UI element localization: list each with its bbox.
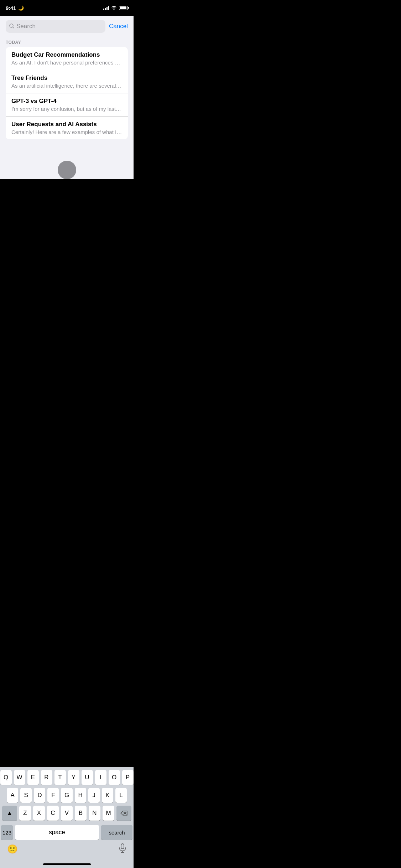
signal-icon <box>103 6 109 10</box>
status-icons <box>103 5 128 11</box>
conv-preview: As an AI, I don't have personal preferen… <box>11 60 122 66</box>
gray-circle <box>58 161 76 179</box>
main-content: Cancel TODAY Budget Car Recommendations … <box>0 16 134 179</box>
search-bar[interactable] <box>6 20 105 33</box>
search-input[interactable] <box>16 23 102 30</box>
svg-line-1 <box>13 27 14 28</box>
conversations-list: Budget Car Recommendations As an AI, I d… <box>6 47 128 139</box>
conversation-item[interactable]: GPT-3 vs GPT-4 I'm sorry for any confusi… <box>6 93 128 117</box>
battery-icon <box>119 6 128 10</box>
conv-title: User Requests and AI Assists <box>11 121 122 128</box>
status-time: 9:41 <box>6 5 16 11</box>
moon-icon: 🌙 <box>18 5 24 11</box>
section-label-today: TODAY <box>0 37 134 47</box>
conv-title: Budget Car Recommendations <box>11 51 122 58</box>
conv-preview: Certainly! Here are a few examples of wh… <box>11 129 122 135</box>
conv-title: GPT-3 vs GPT-4 <box>11 98 122 105</box>
cancel-button[interactable]: Cancel <box>109 23 128 30</box>
search-icon <box>9 24 14 30</box>
conversation-item[interactable]: Budget Car Recommendations As an AI, I d… <box>6 47 128 70</box>
search-area: Cancel <box>0 16 134 37</box>
conversation-item[interactable]: Tree Friends As an artificial intelligen… <box>6 70 128 93</box>
status-bar: 9:41 🌙 <box>0 0 134 16</box>
conv-title: Tree Friends <box>11 74 122 82</box>
conv-preview: As an artificial intelligence, there are… <box>11 83 122 89</box>
wifi-icon <box>111 5 117 11</box>
conversation-item[interactable]: User Requests and AI Assists Certainly! … <box>6 117 128 139</box>
conv-preview: I'm sorry for any confusion, but as of m… <box>11 106 122 112</box>
